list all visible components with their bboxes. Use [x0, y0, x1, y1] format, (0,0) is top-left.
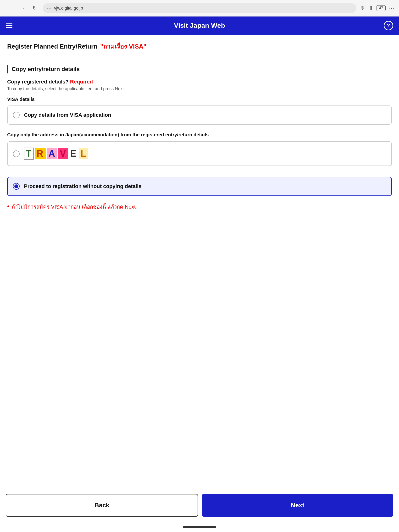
hamburger-line — [6, 23, 13, 24]
section-accent — [7, 65, 8, 73]
forward-nav-button[interactable]: → — [18, 4, 27, 12]
required-badge: Required — [70, 79, 93, 85]
travel-t: T — [24, 148, 34, 160]
travel-v: V — [58, 148, 68, 159]
loading-indicator: ⋯ — [47, 5, 52, 11]
browser-actions: 🎙 ⬆ 47 ⋯ — [360, 5, 394, 11]
section-label: Copy entry/return details — [12, 66, 80, 72]
section-label-bar: Copy entry/return details — [7, 65, 392, 73]
url-text: vjw.digital.go.jp — [54, 6, 83, 11]
app-title: Visit Japan Web — [174, 22, 225, 29]
back-nav-button[interactable]: ← — [5, 4, 14, 12]
page-subtitle-thai: "ถามเรื่อง VISA" — [100, 41, 146, 51]
annotation-block: • ถ้าไม่มีการสมัคร VISA มาก่อน เลือกช่อง… — [7, 203, 392, 211]
home-indicator — [183, 526, 216, 528]
option-no-copy-label: Proceed to registration without copying … — [24, 183, 141, 190]
hamburger-menu-button[interactable] — [6, 23, 13, 28]
option-copy-visa-label: Copy details from VISA application — [24, 112, 111, 118]
radio-no-copy[interactable] — [13, 183, 20, 190]
travel-l: L — [79, 148, 88, 159]
travel-a: A — [47, 148, 57, 159]
hamburger-line — [6, 27, 13, 28]
tab-count[interactable]: 47 — [377, 5, 386, 11]
browser-chrome: ← → ↻ ⋯ vjw.digital.go.jp 🎙 ⬆ 47 ⋯ — [0, 0, 399, 17]
option-copy-visa[interactable]: Copy details from VISA application — [7, 106, 392, 125]
radio-copy-visa[interactable] — [13, 112, 20, 118]
next-button[interactable]: Next — [202, 494, 393, 517]
more-options-icon[interactable]: ⋯ — [389, 5, 394, 11]
bottom-nav: Back Next — [0, 489, 399, 526]
url-bar[interactable]: ⋯ vjw.digital.go.jp — [43, 3, 356, 13]
hamburger-line — [6, 25, 13, 26]
travel-r: R — [35, 148, 45, 159]
annotation-bullet: • — [7, 203, 9, 210]
travel-e: E — [69, 148, 78, 159]
microphone-icon[interactable]: 🎙 — [360, 5, 366, 11]
copy-hint: To copy the details, select the applicab… — [7, 86, 392, 91]
share-icon[interactable]: ⬆ — [369, 5, 373, 11]
option-copy-address[interactable]: T R A V E L — [7, 141, 392, 166]
visa-details-label: VISA details — [7, 97, 392, 102]
radio-selected-indicator — [14, 184, 18, 188]
page-title: Register Planned Entry/Return — [7, 43, 97, 50]
option-no-copy[interactable]: Proceed to registration without copying … — [7, 177, 392, 196]
separator — [7, 171, 392, 171]
page-content: Register Planned Entry/Return "ถามเรื่อง… — [0, 35, 399, 489]
address-copy-label: Copy only the address in Japan(accommoda… — [7, 131, 392, 138]
annotation-text: ถ้าไม่มีการสมัคร VISA มาก่อน เลือกช่องนี… — [12, 203, 136, 211]
back-button[interactable]: Back — [6, 494, 198, 517]
page-heading-row: Register Planned Entry/Return "ถามเรื่อง… — [7, 41, 392, 51]
radio-copy-address[interactable] — [13, 151, 20, 157]
help-icon: ? — [387, 22, 390, 29]
app-header: Visit Japan Web ? — [0, 17, 399, 35]
reload-button[interactable]: ↻ — [31, 4, 39, 12]
help-button[interactable]: ? — [384, 21, 393, 30]
header-divider — [7, 58, 392, 58]
copy-question: Copy registered details? Required — [7, 79, 392, 85]
travel-image: T R A V E L — [24, 148, 88, 160]
